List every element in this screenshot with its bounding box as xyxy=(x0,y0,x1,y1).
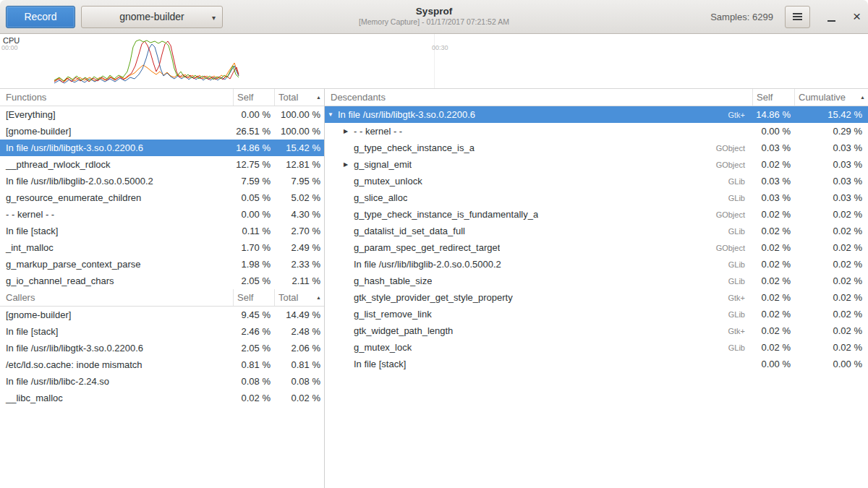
record-button[interactable]: Record xyxy=(6,6,75,28)
descendants-row[interactable]: g_datalist_id_set_data_fullGLib0.02 %0.0… xyxy=(325,223,868,239)
descendants-row[interactable]: ▼In file /usr/lib/libgtk-3.so.0.2200.6Gt… xyxy=(325,106,868,123)
cumulative-percent: 0.03 % xyxy=(794,192,868,203)
column-header-total[interactable]: Total ▲ xyxy=(274,289,324,306)
functions-row[interactable]: g_io_channel_read_chars2.05 %2.11 % xyxy=(0,273,324,289)
function-name: __libc_malloc xyxy=(0,393,233,403)
function-cell: ▶g_signal_emitGObject xyxy=(325,159,752,170)
cumulative-percent: 15.42 % xyxy=(794,109,868,120)
function-name: g_type_check_instance_is_a xyxy=(354,142,475,153)
sort-indicator-icon: ▲ xyxy=(860,95,868,100)
column-header-cumulative[interactable]: Cumulative ▲ xyxy=(794,89,868,106)
callers-row[interactable]: In file [stack]2.46 %2.48 % xyxy=(0,323,324,340)
expand-icon[interactable]: ▶ xyxy=(344,128,354,134)
library-badge: Gtk+ xyxy=(723,327,752,335)
cpu-usage-chart xyxy=(0,34,868,88)
self-percent: 0.03 % xyxy=(752,176,794,187)
cumulative-percent: 0.00 % xyxy=(794,359,868,369)
callers-row[interactable]: In file /usr/lib/libgtk-3.so.0.2200.62.0… xyxy=(0,340,324,356)
library-badge: GLib xyxy=(724,227,752,236)
functions-row[interactable]: In file [stack]0.11 %2.70 % xyxy=(0,223,324,239)
column-header-self[interactable]: Self xyxy=(233,89,274,106)
self-percent: 0.02 % xyxy=(752,309,794,320)
descendants-row[interactable]: g_mutex_unlockGLib0.03 %0.03 % xyxy=(325,173,868,189)
function-name: In file /usr/lib/libglib-2.0.so.0.5000.2 xyxy=(0,176,233,187)
collapse-icon[interactable]: ▼ xyxy=(328,111,338,118)
self-percent: 0.00 % xyxy=(233,209,274,220)
callers-table: [gnome-builder]9.45 %14.49 %In file [sta… xyxy=(0,307,324,406)
callers-row[interactable]: In file /usr/lib/libc-2.24.so0.08 %0.08 … xyxy=(0,373,324,390)
functions-row[interactable]: [Everything]0.00 %100.00 % xyxy=(0,106,324,123)
menu-button[interactable] xyxy=(785,6,810,28)
sysprof-window: Record gnome-builder ▾ Sysprof [Memory C… xyxy=(0,0,868,488)
function-name: - - kernel - - xyxy=(354,126,402,137)
self-percent: 0.02 % xyxy=(752,342,794,353)
descendants-row[interactable]: In file [stack]0.00 %0.00 % xyxy=(325,356,868,372)
descendants-row[interactable]: g_type_check_instance_is_aGObject0.03 %0… xyxy=(325,140,868,156)
descendants-row[interactable]: g_slice_allocGLib0.03 %0.03 % xyxy=(325,189,868,206)
process-selector[interactable]: gnome-builder ▾ xyxy=(81,6,223,28)
self-percent: 0.03 % xyxy=(752,142,794,153)
column-header-total[interactable]: Total ▲ xyxy=(274,89,324,106)
column-header-self[interactable]: Self xyxy=(752,89,794,106)
descendants-row[interactable]: g_hash_table_sizeGLib0.02 %0.02 % xyxy=(325,273,868,289)
callers-row[interactable]: __libc_malloc0.02 %0.02 % xyxy=(0,390,324,406)
callers-row[interactable]: /etc/ld.so.cache: inode mismatch0.81 %0.… xyxy=(0,356,324,373)
process-selector-label: gnome-builder xyxy=(119,11,184,22)
functions-row[interactable]: In file /usr/lib/libglib-2.0.so.0.5000.2… xyxy=(0,173,324,189)
total-percent: 100.00 % xyxy=(274,109,324,120)
expand-icon[interactable]: ▶ xyxy=(344,161,354,168)
hamburger-icon xyxy=(793,16,802,17)
cpu-graph[interactable]: CPU 00:00 00:30 xyxy=(0,34,868,89)
column-header-self[interactable]: Self xyxy=(233,289,274,306)
function-name: In file [stack] xyxy=(0,326,233,337)
column-header-total-label: Total xyxy=(278,92,298,103)
functions-row[interactable]: - - kernel - -0.00 %4.30 % xyxy=(0,206,324,223)
total-percent: 2.49 % xyxy=(274,242,324,253)
function-name: [Everything] xyxy=(0,109,233,120)
total-percent: 12.81 % xyxy=(274,159,324,170)
callers-row[interactable]: [gnome-builder]9.45 %14.49 % xyxy=(0,307,324,323)
library-badge: GObject xyxy=(712,144,752,153)
descendants-row[interactable]: gtk_style_provider_get_style_propertyGtk… xyxy=(325,289,868,306)
functions-row[interactable]: _int_malloc1.70 %2.49 % xyxy=(0,239,324,256)
close-button[interactable]: × xyxy=(853,10,861,23)
cumulative-percent: 0.02 % xyxy=(794,226,868,236)
column-header-functions[interactable]: Functions xyxy=(0,89,233,106)
functions-row[interactable]: g_resource_enumerate_children0.05 %5.02 … xyxy=(0,189,324,206)
functions-row[interactable]: g_markup_parse_context_parse1.98 %2.33 % xyxy=(0,256,324,273)
function-cell: g_mutex_unlockGLib xyxy=(325,176,752,187)
total-percent: 2.06 % xyxy=(274,343,324,354)
function-name: g_mutex_lock xyxy=(354,342,412,353)
functions-table-header: Functions Self Total ▲ xyxy=(0,89,324,106)
descendants-row[interactable]: ▶- - kernel - -0.00 %0.29 % xyxy=(325,123,868,140)
self-percent: 0.02 % xyxy=(752,325,794,336)
descendants-row[interactable]: In file /usr/lib/libglib-2.0.so.0.5000.2… xyxy=(325,256,868,273)
function-name: g_mutex_unlock xyxy=(354,176,422,187)
cumulative-percent: 0.02 % xyxy=(794,342,868,353)
descendants-row[interactable]: g_mutex_lockGLib0.02 %0.02 % xyxy=(325,339,868,356)
minimize-button[interactable] xyxy=(827,12,835,22)
cumulative-percent: 0.02 % xyxy=(794,292,868,303)
functions-row[interactable]: In file /usr/lib/libgtk-3.so.0.2200.614.… xyxy=(0,140,324,156)
descendants-row[interactable]: gtk_widget_path_lengthGtk+0.02 %0.02 % xyxy=(325,322,868,339)
cumulative-percent: 0.02 % xyxy=(794,275,868,286)
functions-row[interactable]: __pthread_rwlock_rdlock12.75 %12.81 % xyxy=(0,156,324,173)
library-badge: GObject xyxy=(712,160,752,169)
descendants-row[interactable]: g_list_remove_linkGLib0.02 %0.02 % xyxy=(325,306,868,322)
descendants-table: ▼In file /usr/lib/libgtk-3.so.0.2200.6Gt… xyxy=(325,106,868,372)
descendants-row[interactable]: g_param_spec_get_redirect_targetGObject0… xyxy=(325,239,868,256)
library-badge: Gtk+ xyxy=(723,294,752,302)
column-header-callers[interactable]: Callers xyxy=(0,289,233,306)
capture-subtitle: [Memory Capture] - 01/17/2017 07:21:52 A… xyxy=(359,17,509,27)
descendants-row[interactable]: ▶g_signal_emitGObject0.02 %0.03 % xyxy=(325,156,868,173)
function-name: g_hash_table_size xyxy=(354,275,432,286)
function-cell: In file /usr/lib/libglib-2.0.so.0.5000.2… xyxy=(325,259,752,270)
functions-row[interactable]: [gnome-builder]26.51 %100.00 % xyxy=(0,123,324,140)
self-percent: 12.75 % xyxy=(233,159,274,170)
column-header-descendants[interactable]: Descendants xyxy=(325,89,752,106)
left-pane: Functions Self Total ▲ [Everything]0.00 … xyxy=(0,89,324,488)
total-percent: 14.49 % xyxy=(274,309,324,320)
total-percent: 4.30 % xyxy=(274,209,324,220)
window-title: Sysprof [Memory Capture] - 01/17/2017 07… xyxy=(359,6,509,27)
descendants-row[interactable]: g_type_check_instance_is_fundamentally_a… xyxy=(325,206,868,223)
